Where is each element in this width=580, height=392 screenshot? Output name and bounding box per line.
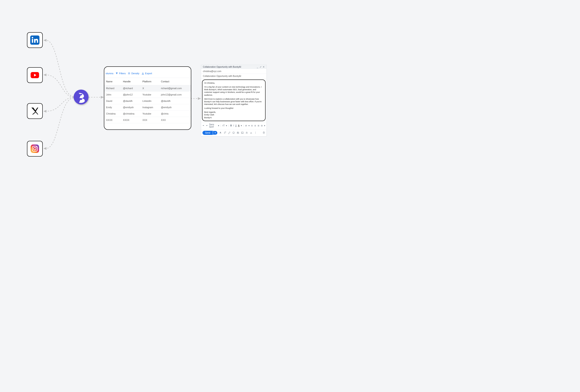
export-icon — [142, 72, 144, 75]
text-color-icon[interactable]: A — [238, 124, 240, 127]
align-chevron[interactable]: ▾ — [249, 124, 250, 127]
bold-icon[interactable]: B — [230, 124, 232, 127]
col-platform: Platform — [141, 78, 159, 85]
cell-name: John — [104, 92, 121, 98]
action-toolbar: Send ▼ — [201, 129, 267, 136]
linkedin-icon — [30, 35, 39, 45]
youtube-icon — [30, 71, 39, 80]
table-row[interactable]: Richard@richardXrichard@gmail.com — [104, 85, 191, 92]
more-icon[interactable] — [254, 131, 257, 134]
body-p3: We'd love to explore a collaboration wit… — [204, 98, 263, 105]
density-button[interactable]: Density — [128, 72, 139, 75]
indent-more-icon[interactable] — [261, 124, 263, 127]
svg-point-23 — [242, 132, 242, 133]
compose-to[interactable]: christina@xyz.com — [201, 69, 267, 74]
trash-icon[interactable] — [263, 131, 265, 134]
x-tile — [27, 103, 43, 119]
sig-3: BurstyAI — [204, 116, 263, 119]
body-p2: I'm a big fan of your content on new tec… — [204, 86, 263, 96]
minimize-icon[interactable]: _ — [256, 66, 259, 68]
cell-contact: richard@gmail.com — [159, 85, 191, 92]
svg-rect-7 — [32, 39, 33, 43]
link-icon[interactable] — [228, 131, 231, 134]
svg-point-21 — [234, 132, 234, 133]
table-row[interactable]: Christina@christinaYoutube@chris — [104, 110, 191, 117]
col-handle: Handle — [121, 78, 141, 85]
send-button[interactable]: Send — [202, 131, 213, 135]
columns-button[interactable]: olumns — [106, 72, 113, 75]
table-row[interactable]: XXXXXXXXXXXXXX — [104, 117, 191, 123]
cell-contact: john12@gmail.com — [159, 92, 191, 98]
attach-icon[interactable] — [224, 131, 226, 134]
svg-rect-24 — [246, 132, 247, 134]
compose-body[interactable]: Hi Christina, I'm a big fan of your cont… — [202, 80, 266, 121]
svg-point-17 — [254, 125, 255, 126]
redo-icon[interactable] — [206, 124, 208, 127]
svg-marker-3 — [43, 147, 46, 150]
svg-rect-22 — [242, 132, 243, 134]
cell-contact: @chris — [159, 110, 191, 117]
cell-name: David — [104, 98, 121, 104]
send-dropdown[interactable]: ▼ — [213, 131, 217, 135]
cell-platform: Instagram — [141, 104, 159, 110]
expand-icon[interactable]: ⤢ — [260, 66, 262, 68]
sig-2: Emily Clark — [204, 113, 263, 116]
numbered-list-icon[interactable] — [251, 124, 253, 127]
svg-point-20 — [233, 132, 233, 133]
cell-handle: XXXX — [121, 117, 141, 123]
filter-icon — [116, 72, 118, 75]
format-options-icon[interactable] — [219, 131, 222, 134]
cell-contact: XXX — [159, 117, 191, 123]
cell-name: Christina — [104, 110, 121, 117]
svg-point-26 — [255, 132, 256, 133]
svg-point-18 — [254, 126, 255, 126]
format-more-chevron[interactable]: ▾ — [264, 124, 265, 127]
font-size-chevron[interactable]: ▾ — [226, 124, 227, 127]
columns-label: olumns — [106, 72, 113, 75]
col-contact: Contact — [159, 78, 191, 85]
text-color-chevron[interactable]: ▾ — [241, 124, 242, 127]
cell-name: Emily — [104, 104, 121, 110]
align-icon[interactable] — [245, 124, 247, 127]
italic-icon[interactable]: I — [233, 124, 234, 127]
svg-point-25 — [255, 132, 256, 132]
diagram-canvas: olumns Filters Density Export Name Handl… — [0, 0, 290, 196]
svg-rect-11 — [31, 145, 39, 153]
export-button[interactable]: Export — [142, 72, 152, 75]
density-icon — [128, 72, 130, 75]
filters-label: Filters — [119, 72, 126, 75]
signature-icon[interactable] — [250, 131, 252, 134]
format-toolbar: Sans Serif ▾ | тT ▾ | B I U A ▾ | ▾ ▾ — [201, 122, 267, 129]
compose-title: Collaboration Opportunity with BurstyAI — [203, 66, 241, 68]
table-row[interactable]: Emily@emilyshInstagram@emilysh — [104, 104, 191, 110]
instagram-icon — [30, 144, 39, 153]
drive-icon[interactable] — [237, 131, 239, 134]
image-icon[interactable] — [241, 131, 244, 134]
cell-name: XXXX — [104, 117, 121, 123]
close-icon[interactable]: ✕ — [263, 66, 265, 68]
confidential-icon[interactable] — [245, 131, 248, 134]
svg-marker-5 — [198, 97, 201, 100]
filters-button[interactable]: Filters — [116, 72, 126, 75]
emoji-icon[interactable] — [232, 131, 235, 134]
underline-icon[interactable]: U — [235, 124, 237, 127]
youtube-tile — [27, 67, 43, 83]
table-toolbar: olumns Filters Density Export — [104, 67, 191, 78]
undo-icon[interactable] — [202, 124, 204, 127]
contacts-table-panel: olumns Filters Density Export Name Handl… — [104, 66, 191, 130]
indent-less-icon[interactable] — [258, 124, 260, 127]
cell-name: Richard — [104, 85, 121, 92]
table-row[interactable]: David@davidhLinkedin@davidh — [104, 98, 191, 104]
font-size-icon[interactable]: тT — [222, 124, 225, 127]
compose-subject[interactable]: Collaboration Opportunity with BurstyAI — [201, 74, 267, 79]
linkedin-tile — [27, 32, 43, 48]
svg-point-14 — [36, 147, 37, 148]
font-picker[interactable]: Sans Serif — [209, 123, 217, 128]
table-row[interactable]: John@john12Youtubejohn12@gmail.com — [104, 92, 191, 98]
burstyai-hub — [74, 90, 89, 104]
svg-marker-4 — [101, 96, 104, 98]
font-picker-chevron[interactable]: ▾ — [218, 124, 219, 127]
burstyai-logo-icon — [75, 91, 88, 103]
cell-handle: @davidh — [121, 98, 141, 104]
bullet-list-icon[interactable] — [254, 124, 256, 127]
